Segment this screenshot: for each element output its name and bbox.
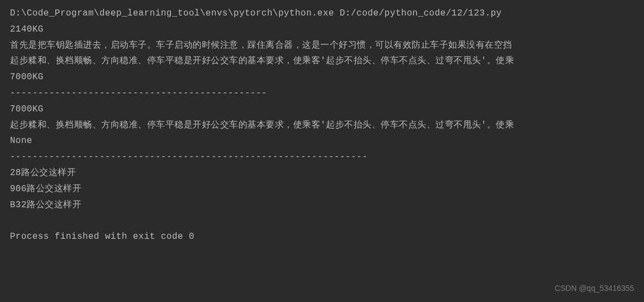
console-line: None bbox=[10, 133, 634, 149]
console-line: 首先是把车钥匙插进去，启动车子。车子启动的时候注意，踩住离合器，这是一个好习惯，… bbox=[10, 38, 634, 54]
console-output: D:\Code_Program\deep_learning_tool\envs\… bbox=[10, 6, 634, 245]
console-line: 7000KG bbox=[10, 69, 634, 85]
console-line: D:\Code_Program\deep_learning_tool\envs\… bbox=[10, 6, 634, 22]
watermark-text: CSDN @qq_53416355 bbox=[555, 281, 634, 295]
console-line: ----------------------------------------… bbox=[10, 85, 634, 101]
console-line bbox=[10, 213, 634, 229]
console-line: 906路公交这样开 bbox=[10, 181, 634, 197]
console-line: 起步糅和、换档顺畅、方向稳准、停车平稳是开好公交车的基本要求，使乘客'起步不抬头… bbox=[10, 117, 634, 134]
console-line: 7000KG bbox=[10, 101, 634, 117]
console-line: Process finished with exit code 0 bbox=[10, 229, 634, 245]
console-line: 起步糅和、换档顺畅、方向稳准、停车平稳是开好公交车的基本要求，使乘客'起步不抬头… bbox=[10, 53, 634, 69]
console-line: 28路公交这样开 bbox=[10, 165, 634, 181]
console-line: ----------------------------------------… bbox=[10, 149, 634, 165]
console-line: 2140KG bbox=[10, 22, 634, 38]
console-line: B32路公交这样开 bbox=[10, 197, 634, 213]
